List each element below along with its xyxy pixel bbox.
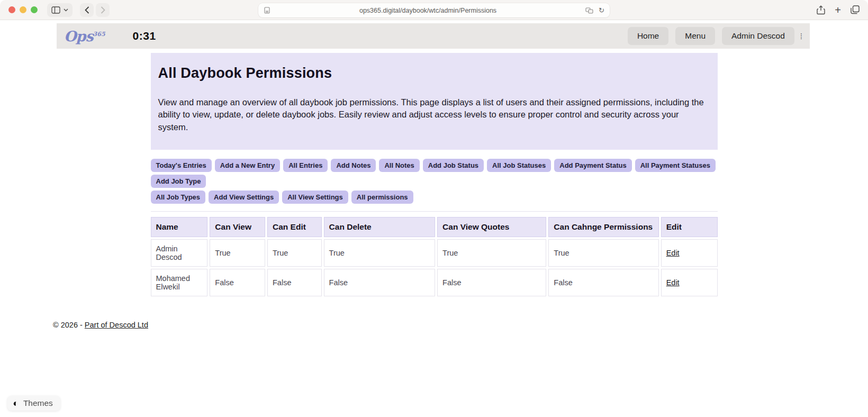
table-row: Admin Descod True True True True True Ed… [151, 239, 718, 267]
page-title: All Daybook Permissions [158, 65, 710, 81]
action-add-view-settings[interactable]: Add View Settings [209, 191, 279, 204]
action-add-job-type[interactable]: Add Job Type [151, 175, 206, 188]
nav-menu-button[interactable]: Menu [675, 27, 715, 45]
minimize-window-button[interactable] [20, 6, 26, 13]
action-all-notes[interactable]: All Notes [379, 159, 419, 172]
close-window-button[interactable] [8, 6, 15, 13]
share-icon[interactable] [817, 5, 825, 15]
ops365-logo[interactable]: Ops365 [64, 29, 105, 43]
cell-can-view: True [210, 239, 265, 267]
action-add-payment-status[interactable]: Add Payment Status [554, 159, 631, 172]
table-row: Mohamed Elwekil False False False False … [151, 269, 718, 296]
cell-can-edit: False [267, 269, 322, 296]
main-content: All Daybook Permissions View and manage … [151, 53, 718, 298]
cell-name: Admin Descod [151, 239, 208, 267]
cell-can-change-permissions: False [548, 269, 658, 296]
action-all-job-statuses[interactable]: All Job Statuses [487, 159, 551, 172]
forward-button[interactable] [96, 3, 110, 17]
translate-icon[interactable] [585, 7, 593, 14]
copyright-text: © 2026 - [53, 321, 85, 329]
sidebar-icon [51, 6, 60, 14]
session-timer: 0:31 [133, 30, 156, 42]
col-can-delete: Can Delete [324, 217, 435, 237]
cell-can-view: False [210, 269, 265, 296]
col-edit: Edit [661, 217, 718, 237]
site-header: Ops365 0:31 Home Menu Admin Descod ⁞ [57, 23, 810, 49]
action-add-notes[interactable]: Add Notes [331, 159, 376, 172]
reader-icon[interactable] [264, 7, 270, 14]
permissions-table: Name Can View Can Edit Can Delete Can Vi… [149, 215, 720, 298]
reload-icon[interactable]: ↻ [599, 6, 604, 14]
col-can-view-quotes: Can View Quotes [437, 217, 546, 237]
edit-link[interactable]: Edit [666, 249, 680, 257]
action-all-job-types[interactable]: All Job Types [151, 191, 206, 204]
footer: © 2026 - Part of Descod Ltd [53, 321, 868, 329]
back-button[interactable] [80, 3, 94, 17]
themes-label: Themes [23, 398, 53, 408]
col-can-view: Can View [210, 217, 265, 237]
themes-button[interactable]: ◐ Themes [7, 396, 60, 411]
cell-can-edit: True [267, 239, 322, 267]
intro-panel: All Daybook Permissions View and manage … [151, 53, 718, 150]
table-header-row: Name Can View Can Edit Can Delete Can Vi… [151, 217, 718, 237]
url-text[interactable]: ops365.digital/daybook/wtc/admin/Permiss… [270, 7, 585, 14]
window-controls [8, 6, 38, 13]
nav-home-button[interactable]: Home [628, 27, 668, 45]
cell-name: Mohamed Elwekil [151, 269, 208, 296]
chevron-down-icon [64, 8, 68, 12]
action-all-permissions[interactable]: All permissions [351, 191, 413, 204]
cell-can-view-quotes: False [437, 269, 546, 296]
action-buttons: Today's Entries Add a New Entry All Entr… [151, 159, 718, 204]
col-can-edit: Can Edit [267, 217, 322, 237]
cell-can-delete: True [324, 239, 435, 267]
tab-overview-icon[interactable] [851, 5, 860, 14]
action-all-payment-statuses[interactable]: All Payment Statuses [635, 159, 716, 172]
new-tab-icon[interactable]: + [835, 5, 841, 15]
nav-user-button[interactable]: Admin Descod [722, 27, 794, 45]
col-can-change-permissions: Can Cahnge Permissions [548, 217, 658, 237]
browser-toolbar: ops365.digital/daybook/wtc/admin/Permiss… [0, 0, 868, 20]
action-todays-entries[interactable]: Today's Entries [151, 159, 212, 172]
site-nav: Home Menu Admin Descod ⁞ [628, 27, 802, 45]
action-all-entries[interactable]: All Entries [283, 159, 328, 172]
overflow-dots-icon[interactable]: ⁞ [800, 32, 802, 40]
cell-can-delete: False [324, 269, 435, 296]
sidebar-toggle-button[interactable] [47, 3, 73, 17]
theme-toggle-icon: ◐ [13, 398, 19, 408]
action-all-view-settings[interactable]: All View Settings [282, 191, 348, 204]
footer-link[interactable]: Part of Descod Ltd [85, 321, 148, 329]
cell-can-change-permissions: True [548, 239, 658, 267]
edit-link[interactable]: Edit [666, 278, 680, 287]
cell-can-view-quotes: True [437, 239, 546, 267]
action-add-new-entry[interactable]: Add a New Entry [215, 159, 280, 172]
divider [151, 211, 718, 212]
address-bar[interactable]: ops365.digital/daybook/wtc/admin/Permiss… [258, 3, 610, 17]
col-name: Name [151, 217, 208, 237]
page-description: View and manage an overview of all daybo… [158, 96, 710, 133]
zoom-window-button[interactable] [31, 6, 38, 13]
action-add-job-status[interactable]: Add Job Status [423, 159, 484, 172]
